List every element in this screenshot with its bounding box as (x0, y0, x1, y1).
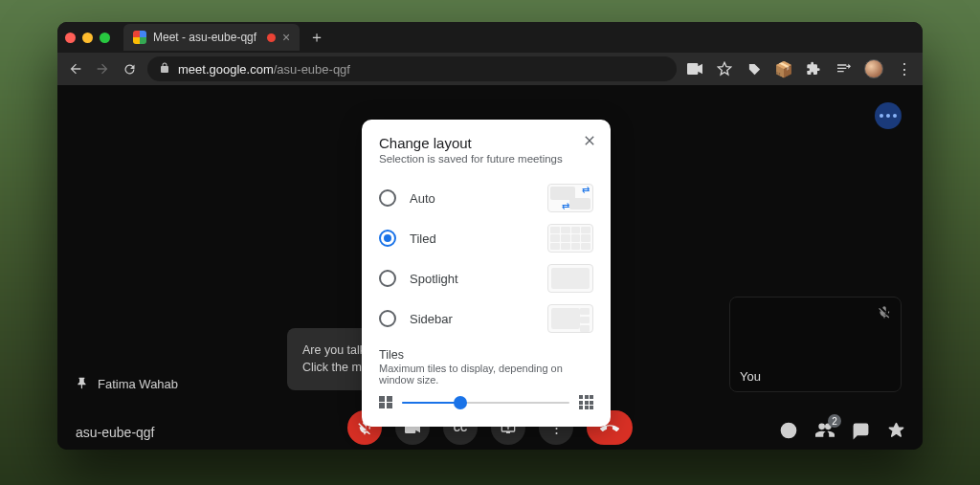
meet-favicon-icon (133, 31, 146, 44)
tiles-heading: Tiles (379, 348, 593, 362)
extensions-puzzle-icon[interactable] (805, 60, 822, 77)
nav-reload-button[interactable] (121, 60, 138, 77)
tab-recording-icon (267, 33, 276, 42)
layout-option-tiled[interactable]: Tiled (379, 218, 593, 258)
mic-muted-icon (878, 305, 891, 322)
layout-thumb-auto: ⇄⇄ (547, 184, 593, 212)
address-bar: meet.google.com/asu-eube-qgf 📦 ⋮ (57, 53, 923, 85)
radio-icon (379, 270, 396, 287)
omnibox[interactable]: meet.google.com/asu-eube-qgf (147, 56, 677, 81)
url-text: meet.google.com/asu-eube-qgf (178, 62, 350, 77)
people-button[interactable]: 2 (815, 421, 835, 444)
radio-icon (379, 310, 396, 327)
meeting-details-button[interactable] (779, 421, 798, 444)
self-video-tile[interactable]: You (729, 297, 902, 392)
layout-thumb-tiled (547, 224, 593, 253)
bookmark-star-icon[interactable] (716, 60, 733, 77)
nav-back-button[interactable] (67, 60, 84, 77)
lock-icon (159, 62, 170, 77)
radio-icon (379, 189, 396, 207)
participant-count-badge: 2 (828, 414, 841, 428)
tiles-min-icon (379, 396, 392, 409)
pinned-name: Fatima Wahab (98, 377, 178, 391)
profile-avatar[interactable] (864, 59, 883, 78)
self-label: You (740, 369, 761, 384)
layout-thumb-spotlight (547, 264, 593, 293)
tab-strip: Meet - asu-eube-qgf × ＋ (57, 22, 923, 53)
dialog-close-button[interactable] (582, 133, 597, 152)
extension-box-icon[interactable]: 📦 (775, 60, 792, 77)
browser-tab[interactable]: Meet - asu-eube-qgf × (123, 24, 300, 51)
tab-close-icon[interactable]: × (282, 31, 290, 44)
chrome-menu-icon[interactable]: ⋮ (896, 60, 913, 77)
camera-indicator-icon[interactable] (686, 60, 703, 77)
new-tab-button[interactable]: ＋ (309, 28, 324, 48)
layout-option-sidebar[interactable]: Sidebar (379, 298, 593, 339)
dialog-title: Change layout (379, 135, 593, 151)
radio-icon (379, 230, 396, 247)
tiles-description: Maximum tiles to display, depending on w… (379, 363, 593, 386)
window-traffic-lights[interactable] (65, 33, 110, 43)
window-zoom-icon[interactable] (100, 33, 110, 43)
browser-window: Meet - asu-eube-qgf × ＋ meet.google.com/… (57, 22, 923, 450)
change-layout-dialog: Change layout Selection is saved for fut… (362, 120, 611, 427)
reading-list-icon[interactable] (835, 60, 852, 77)
activities-button[interactable] (887, 422, 905, 444)
right-control-bar: 2 (779, 421, 905, 444)
layout-thumb-sidebar (547, 304, 593, 333)
chat-button[interactable] (852, 422, 870, 444)
pin-icon (76, 376, 89, 392)
pinned-participant: Fatima Wahab (76, 376, 178, 392)
meet-stage: Fatima Wahab You Are you talking Click t… (57, 85, 923, 450)
window-minimize-icon[interactable] (82, 33, 93, 43)
extension-tag-icon[interactable] (746, 60, 763, 77)
meeting-more-actions-button[interactable] (875, 102, 902, 129)
tab-title: Meet - asu-eube-qgf (153, 31, 256, 44)
dialog-subtitle: Selection is saved for future meetings (379, 153, 593, 165)
layout-option-spotlight[interactable]: Spotlight (379, 258, 593, 298)
window-close-icon[interactable] (65, 33, 76, 43)
nav-forward-button[interactable] (94, 60, 111, 77)
layout-option-auto[interactable]: Auto ⇄⇄ (379, 178, 593, 218)
tiles-max-icon (579, 395, 593, 409)
tiles-slider[interactable] (402, 396, 570, 409)
